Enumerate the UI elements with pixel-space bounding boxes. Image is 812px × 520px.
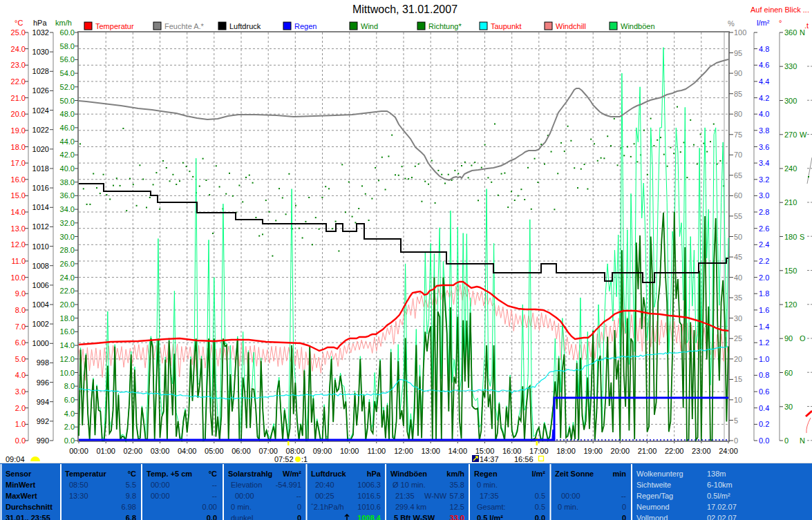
svg-text:25: 25 <box>734 334 742 343</box>
svg-text:Vollmond: Vollmond <box>636 514 668 520</box>
svg-text:12:00: 12:00 <box>394 447 413 455</box>
svg-text:48.0: 48.0 <box>60 110 75 118</box>
svg-text:.t: .t <box>804 21 809 30</box>
svg-text:--: -- <box>296 492 302 500</box>
svg-text:0.4: 0.4 <box>759 404 769 412</box>
svg-text:Luftdruck: Luftdruck <box>229 22 261 30</box>
svg-text:4.0: 4.0 <box>759 110 769 118</box>
svg-text:0: 0 <box>734 436 738 445</box>
svg-text:17.02.07: 17.02.07 <box>707 503 737 511</box>
svg-text:l/m²: l/m² <box>757 19 770 27</box>
svg-text:Sensor: Sensor <box>6 470 32 478</box>
svg-text:Wolkenunterg: Wolkenunterg <box>636 470 683 478</box>
svg-text:996: 996 <box>37 378 49 387</box>
svg-text:52.0: 52.0 <box>60 83 75 91</box>
svg-text:2.0: 2.0 <box>759 273 769 282</box>
svg-text:24:00: 24:00 <box>719 447 738 455</box>
svg-text:Windböen: Windböen <box>390 470 427 478</box>
svg-text:75: 75 <box>734 131 742 139</box>
svg-text:3.8: 3.8 <box>759 126 769 135</box>
svg-text:34.0: 34.0 <box>60 205 75 213</box>
svg-text:13:30: 13:30 <box>69 492 88 500</box>
svg-text:30: 30 <box>734 314 742 322</box>
svg-text:06:00: 06:00 <box>232 447 251 455</box>
svg-text:MinWert: MinWert <box>6 481 36 489</box>
svg-text:Auf einen Blick ...: Auf einen Blick ... <box>750 6 809 14</box>
svg-text:58.0: 58.0 <box>60 42 75 50</box>
svg-text:0.0: 0.0 <box>207 514 217 520</box>
svg-text:°C: °C <box>128 470 136 478</box>
svg-text:10.0: 10.0 <box>11 273 26 282</box>
svg-text:S: S <box>800 233 804 241</box>
svg-text:1010: 1010 <box>32 242 49 251</box>
svg-text:2.6: 2.6 <box>759 224 769 233</box>
svg-text:3.2: 3.2 <box>759 175 769 184</box>
svg-text:Regen: Regen <box>294 22 317 30</box>
svg-text:30: 30 <box>784 403 793 411</box>
svg-text:40.0: 40.0 <box>60 164 75 173</box>
svg-text:80: 80 <box>734 110 742 118</box>
svg-text:54.0: 54.0 <box>60 69 75 77</box>
svg-text:5.0: 5.0 <box>15 355 26 363</box>
svg-text:1016: 1016 <box>32 184 49 192</box>
svg-text:1022: 1022 <box>32 126 49 134</box>
svg-text:60.0: 60.0 <box>60 28 75 37</box>
svg-text:2.0: 2.0 <box>15 404 26 412</box>
svg-text:1.6: 1.6 <box>759 306 769 314</box>
svg-text:1006: 1006 <box>32 281 49 289</box>
svg-text:1.2: 1.2 <box>759 338 769 347</box>
svg-text:Taupunkt: Taupunkt <box>491 22 522 30</box>
svg-text:02.02.07: 02.02.07 <box>707 514 737 520</box>
svg-text:4.8: 4.8 <box>759 45 769 53</box>
svg-text:150: 150 <box>784 267 797 275</box>
svg-text:0: 0 <box>784 436 789 445</box>
svg-text:21:35: 21:35 <box>395 492 415 500</box>
svg-text:360: 360 <box>784 28 797 37</box>
svg-text:100: 100 <box>734 28 746 37</box>
svg-text:Regen: Regen <box>474 470 498 478</box>
svg-text:12.5: 12.5 <box>450 503 464 511</box>
svg-text:3.0: 3.0 <box>15 387 26 396</box>
svg-text:4.0: 4.0 <box>64 410 75 418</box>
svg-text:3.0: 3.0 <box>759 191 769 200</box>
svg-text:10: 10 <box>734 396 742 404</box>
svg-text:998: 998 <box>37 358 49 367</box>
svg-text:1.0: 1.0 <box>759 355 769 363</box>
svg-text:6-10km: 6-10km <box>707 481 733 489</box>
svg-text:16:56: 16:56 <box>514 455 534 463</box>
svg-text:2.0: 2.0 <box>64 423 75 431</box>
svg-text:0: 0 <box>622 503 626 511</box>
svg-text:Windböen: Windböen <box>621 22 655 30</box>
svg-text:1010.6: 1010.6 <box>357 503 381 511</box>
svg-text:55: 55 <box>734 212 742 220</box>
svg-text:W-NW: W-NW <box>424 492 447 500</box>
svg-text:Gesamt:: Gesamt: <box>477 503 506 511</box>
svg-text:07:00: 07:00 <box>258 447 278 455</box>
svg-text:5 Bft W-SW: 5 Bft W-SW <box>394 514 435 520</box>
svg-text:35.8: 35.8 <box>450 481 464 489</box>
svg-text:18:00: 18:00 <box>556 447 576 455</box>
svg-text:3.6: 3.6 <box>759 143 769 151</box>
svg-text:16.0: 16.0 <box>60 327 75 336</box>
svg-text:4.0: 4.0 <box>15 371 26 379</box>
svg-text:56.0: 56.0 <box>60 55 75 64</box>
svg-text:90: 90 <box>784 334 793 343</box>
svg-text:Richtung*: Richtung* <box>428 22 462 30</box>
svg-text:Sichtweite: Sichtweite <box>636 481 671 489</box>
svg-text:15: 15 <box>734 375 742 383</box>
svg-text:4.6: 4.6 <box>759 61 769 69</box>
svg-text:1008: 1008 <box>32 262 49 270</box>
svg-text:20.0: 20.0 <box>11 110 26 118</box>
svg-text:992: 992 <box>37 417 49 425</box>
svg-text:km/h: km/h <box>55 19 72 27</box>
svg-text:1028: 1028 <box>32 67 49 75</box>
svg-text:15:00: 15:00 <box>475 447 495 455</box>
svg-text:44.0: 44.0 <box>60 137 75 146</box>
svg-text:09:00: 09:00 <box>313 447 332 455</box>
svg-text:21:00: 21:00 <box>638 447 657 455</box>
svg-text:02:00: 02:00 <box>124 447 143 455</box>
svg-text:20:40: 20:40 <box>315 481 334 489</box>
svg-text:20: 20 <box>734 355 742 363</box>
svg-text:1016.5: 1016.5 <box>357 492 381 500</box>
svg-text:ˆ2.1hPa/h: ˆ2.1hPa/h <box>311 503 344 511</box>
